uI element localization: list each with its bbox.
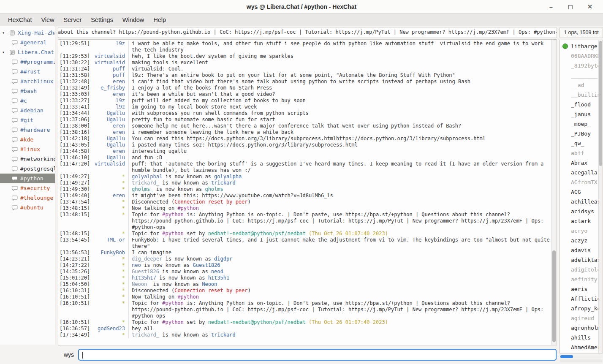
nick[interactable]: eren <box>90 129 129 136</box>
channel-general[interactable]: #general <box>0 38 55 47</box>
user-list-hscrollbar-thumb[interactable] <box>560 355 573 358</box>
server-Xing-Hai-Zhan[interactable]: ▾Xing-Hai-Zhan <box>0 28 55 38</box>
user-list-scrollbar-thumb[interactable] <box>599 41 602 166</box>
channel-git[interactable]: #git <box>0 115 55 125</box>
user-_flood[interactable]: _flood <box>560 100 598 109</box>
user-abff[interactable]: abff <box>560 148 598 158</box>
user-aclark[interactable]: aclark <box>560 216 598 226</box>
channel-postgresql[interactable]: #postgresql <box>0 164 55 174</box>
user-068AADRKN[interactable]: 068AADRKN <box>560 51 598 61</box>
minimize-icon[interactable]: − <box>545 3 557 11</box>
nick[interactable]: eren <box>90 91 129 98</box>
channel-kde[interactable]: #kde <box>0 135 55 144</box>
user-_moep_[interactable]: _moep_ <box>560 119 598 129</box>
event-star[interactable]: * <box>90 294 129 300</box>
chat-scrollbar-thumb[interactable] <box>552 250 556 342</box>
nick[interactable]: TML-or <box>90 237 129 250</box>
nick[interactable]: eren <box>90 148 129 155</box>
channel-ubuntu[interactable]: #ubuntu <box>0 203 55 212</box>
user-Abrax[interactable]: Abrax <box>560 158 598 168</box>
event-star[interactable]: * <box>90 332 129 338</box>
nick[interactable]: virtualsid <box>90 161 129 174</box>
user-agireud[interactable]: agireud <box>560 313 598 323</box>
event-star[interactable]: * <box>90 205 129 212</box>
channel-c[interactable]: #c <box>0 96 55 106</box>
server-tree[interactable]: ▾Xing-Hai-Zhan#general▾Libera.Chat##prog… <box>0 26 55 345</box>
event-star[interactable]: * <box>90 174 129 180</box>
user-_janus[interactable]: _janus <box>560 109 598 119</box>
event-star[interactable]: * <box>90 256 129 262</box>
event-star[interactable]: * <box>90 269 129 275</box>
menu-settings[interactable]: Settings <box>86 14 117 26</box>
user-acidsys[interactable]: acidsys <box>560 206 598 216</box>
nick[interactable]: virtualsid <box>90 53 129 60</box>
user-aczyz[interactable]: aczyz <box>560 236 598 245</box>
event-star[interactable]: * <box>90 180 129 186</box>
event-star[interactable]: * <box>90 281 129 288</box>
expander-icon[interactable]: ▾ <box>2 50 9 54</box>
user-_PJBoy[interactable]: _PJBoy <box>560 129 598 139</box>
user-acryo[interactable]: acryo <box>560 226 598 236</box>
server-Libera.Chat[interactable]: ▾Libera.Chat <box>0 47 55 57</box>
event-star[interactable]: * <box>90 199 129 205</box>
nick[interactable]: eren <box>90 123 129 129</box>
channel-thelounge[interactable]: #thelounge <box>0 193 55 203</box>
channel-python[interactable]: #python <box>0 174 55 183</box>
nick[interactable]: e_frisby <box>90 85 129 91</box>
user-adavis[interactable]: adavis <box>560 245 598 255</box>
user-list-hscrollbar-track[interactable] <box>560 359 603 362</box>
channel-debian[interactable]: #debian <box>0 106 55 115</box>
nick[interactable]: l9z <box>90 104 129 110</box>
user-agronholm[interactable]: agronholm <box>560 323 598 333</box>
menu-hexchat[interactable]: HexChat <box>3 14 36 26</box>
user-________[interactable]: ________ <box>560 71 598 80</box>
event-star[interactable]: * <box>90 288 129 294</box>
user-__ad[interactable]: __ad <box>560 80 598 90</box>
nick[interactable]: Ugallu <box>90 142 129 148</box>
user-list[interactable]: litharge068AADRKN_8192byte__________ad__… <box>560 41 598 352</box>
close-icon[interactable]: ✕ <box>584 3 596 11</box>
channel-linux[interactable]: #linux <box>0 144 55 154</box>
nick[interactable]: Ugallu <box>90 136 129 142</box>
channel-networking[interactable]: #networking <box>0 154 55 164</box>
event-star[interactable]: * <box>90 262 129 269</box>
user-_8192byte[interactable]: _8192byte <box>560 61 598 71</box>
maximize-icon[interactable]: ◻ <box>564 3 577 11</box>
menu-help[interactable]: Help <box>149 14 171 26</box>
nick[interactable]: Ugallu <box>90 155 129 161</box>
channel-archlinux[interactable]: #archlinux <box>0 76 55 86</box>
nick[interactable]: l9z <box>90 41 129 53</box>
channel-security[interactable]: #security <box>0 183 55 193</box>
user-adeliktas[interactable]: adeliktas <box>560 255 598 265</box>
user-litharge[interactable]: litharge <box>560 41 598 51</box>
user-list-scrollbar[interactable] <box>598 40 603 353</box>
menu-server[interactable]: Server <box>59 14 87 26</box>
user-ahills[interactable]: ahills <box>560 333 598 342</box>
user-aefinity[interactable]: aefinity <box>560 274 598 284</box>
nick[interactable]: eren <box>90 79 129 85</box>
user-AhmedAmer[interactable]: AhmedAmer <box>560 342 598 352</box>
event-star[interactable]: * <box>90 186 129 193</box>
nick[interactable]: Ugallu <box>90 117 129 123</box>
user-ACG[interactable]: ACG <box>560 187 598 197</box>
user-_qw_[interactable]: _qw_ <box>560 139 598 148</box>
chat-lines[interactable]: [11:29:51]l9zi want be able to make tool… <box>58 40 551 345</box>
event-star[interactable]: * <box>90 212 129 231</box>
nick[interactable]: FunkyBob <box>90 250 129 256</box>
user-afropy_ke[interactable]: afropy_ke <box>560 304 598 313</box>
nick[interactable]: puff <box>90 72 129 79</box>
event-star[interactable]: * <box>90 231 129 237</box>
topic-entry[interactable]: about this channel? https://pound-python… <box>58 27 557 38</box>
nick[interactable]: Ugallu <box>90 110 129 117</box>
user-adigitole[interactable]: adigitole <box>560 265 598 274</box>
message-input[interactable] <box>78 349 557 361</box>
menu-view[interactable]: View <box>36 14 59 26</box>
channel-rust[interactable]: ##rust <box>0 67 55 76</box>
nick[interactable]: virtualsid <box>90 60 129 66</box>
channel-programming[interactable]: ##programming <box>0 57 55 67</box>
user-aeris[interactable]: aeris <box>560 284 598 294</box>
user-list-hscrollbar[interactable] <box>560 355 603 358</box>
event-star[interactable]: * <box>90 300 129 319</box>
channel-bash[interactable]: #bash <box>0 86 55 96</box>
nick[interactable]: puff <box>90 66 129 72</box>
